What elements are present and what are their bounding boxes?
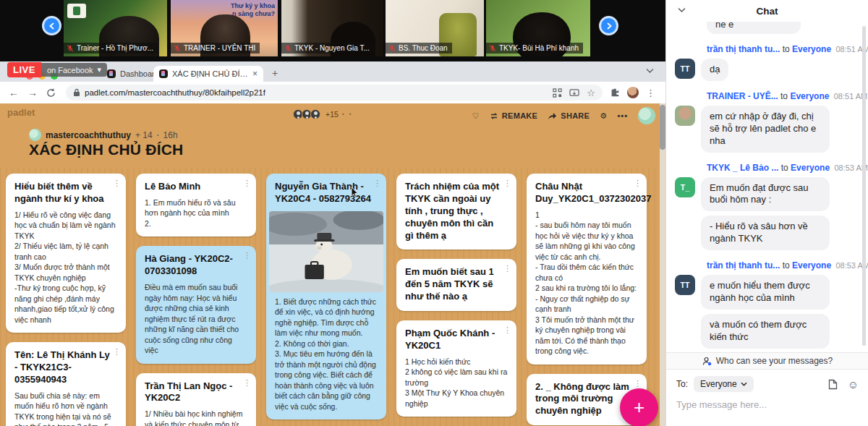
url-text[interactable]: padlet.com/mastercoachthuthuy/80kfaihpel… [85, 88, 265, 97]
author-contributors[interactable]: + 14 [135, 130, 153, 140]
privacy-bar[interactable]: Who can see your messages? [666, 352, 868, 370]
recipient-name[interactable]: Everyone [792, 44, 831, 54]
tab-xac-dinh-chu-dich[interactable]: XÁC ĐỊNH CHỦ ĐÍCH × [153, 66, 263, 82]
sender-name[interactable]: TRAINER - UYÊ... [707, 91, 778, 101]
to-label: To: [676, 379, 688, 389]
like-heart-icon[interactable]: ♡ [472, 111, 480, 121]
forward-button[interactable]: → [27, 87, 38, 98]
chat-bubble: Em muốn đạt được sau buổi hôm nay : [701, 177, 830, 212]
chat-message-input[interactable] [676, 399, 857, 410]
participant-video-5[interactable]: TKYK- Bùi Hà Phí khanh [486, 0, 590, 56]
note-menu-icon[interactable]: ⋮ [243, 378, 251, 388]
chat-scrollbar-thumb[interactable] [862, 26, 866, 346]
author-avatar[interactable] [29, 129, 41, 141]
add-post-button[interactable]: + [620, 388, 658, 426]
participant-video-3[interactable]: TKYK - Nguyen Gia T... [281, 0, 383, 56]
board-author-row: mastercoachthuthuy + 14 • 16h [29, 129, 178, 141]
padlet-note[interactable]: ⋮ Trần Thị Lan Ngọc - YK20C2 1/ Nhiều bà… [136, 373, 256, 426]
padlet-user-avatar[interactable] [638, 107, 655, 124]
padlet-note[interactable]: ⋮ Lê Bảo Minh 1. Em muốn hiểu rõ và sâu … [136, 174, 256, 237]
padlet-favicon [159, 69, 168, 78]
chat-title: Chat [757, 6, 778, 17]
attach-file-icon[interactable] [828, 379, 838, 390]
participant-video-4[interactable]: BS. Thuc Đoan [386, 0, 484, 56]
settings-gear-icon[interactable]: ⚙ [600, 111, 607, 121]
chevron-right-icon [605, 22, 613, 30]
mic-muted-icon [67, 45, 74, 52]
padlet-toolbar: ♡ REMAKE SHARE ⚙ ••• [472, 107, 655, 124]
note-menu-icon[interactable]: ⋮ [243, 251, 251, 260]
padlet-note[interactable]: ⋮ Phạm Quốc Khánh - YK20C1 1 Học hỏi kiế… [396, 320, 516, 417]
close-tab-icon[interactable]: × [252, 69, 258, 78]
address-box[interactable]: padlet.com/mastercoachthuthuy/80kfaihpel… [66, 85, 603, 101]
page-scrollbar-track[interactable] [660, 103, 665, 426]
scroll-participants-left-button[interactable] [42, 16, 61, 35]
board-column-1: ⋮ Hiểu biết thêm về ngành thư kí y khoa … [6, 174, 126, 426]
note-image-polar-bear[interactable] [269, 211, 383, 292]
board-column-2: ⋮ Lê Bảo Minh 1. Em muốn hiểu rõ và sâu … [136, 174, 256, 426]
slide-overlay-text: Thư ký y khoa n sàng chưa? [231, 2, 275, 19]
company-logo [67, 4, 86, 18]
sender-name[interactable]: trần thị thanh tu... [707, 44, 780, 54]
chevron-down-icon[interactable] [646, 68, 654, 74]
remake-button[interactable]: REMAKE [490, 111, 537, 120]
padlet-note[interactable]: ⋮ Hà Giang - YK20C2- 0703301098 Điều mà … [136, 246, 256, 363]
note-menu-icon[interactable]: ⋮ [634, 179, 642, 188]
reload-button[interactable] [46, 88, 56, 98]
live-indicator: LIVE on Facebook ▾ [7, 62, 107, 77]
mic-muted-icon [388, 45, 396, 52]
presence-avatars[interactable]: +15 • • [297, 109, 353, 119]
recipient-row: To: Everyone ☺ [666, 370, 868, 392]
note-menu-icon[interactable]: ⋮ [243, 179, 251, 188]
participant-video-1[interactable]: Trainer - Hồ Thị Phươ... [64, 0, 167, 56]
note-menu-icon[interactable]: ⋮ [634, 379, 642, 388]
collapse-chat-icon[interactable] [678, 7, 686, 13]
participant-name: TKYK- Bùi Hà Phí khanh [499, 44, 579, 52]
padlet-note[interactable]: ⋮ Châu Nhật Duy_YK20C1_0372302037 1 - sa… [527, 174, 647, 365]
recipient-selector[interactable]: Everyone [694, 376, 754, 392]
note-menu-icon[interactable]: ⋮ [503, 264, 511, 273]
more-options-icon[interactable]: ••• [617, 111, 628, 120]
facebook-live-badge[interactable]: on Facebook ▾ [41, 63, 107, 77]
remake-icon [490, 112, 498, 120]
sender-name[interactable]: TKYK _ Lê Bảo ... [707, 163, 778, 173]
share-button[interactable]: SHARE [548, 111, 590, 120]
note-menu-icon[interactable]: ⋮ [503, 325, 511, 335]
new-tab-button[interactable]: + [272, 67, 278, 79]
note-menu-icon[interactable]: ⋮ [113, 347, 121, 357]
chat-bubble: và muốn có them được kiến thức [701, 314, 830, 349]
padlet-note[interactable]: ⋮ Em muốn biết sau 1 đến 5 năm TKYK sẽ n… [396, 259, 516, 311]
sender-name[interactable]: trần thị thanh tu... [707, 260, 780, 270]
author-name[interactable]: mastercoachthuthuy [46, 130, 131, 140]
avatar: TT [675, 59, 695, 79]
note-menu-icon[interactable]: ⋮ [113, 179, 121, 188]
note-menu-icon[interactable]: ⋮ [373, 179, 381, 188]
back-button[interactable]: ← [9, 87, 19, 98]
browser-menu-icon[interactable]: ⋮ [646, 88, 655, 98]
board-column-5: ⋮ Châu Nhật Duy_YK20C1_0372302037 1 - sa… [527, 174, 647, 426]
note-menu-icon[interactable]: ⋮ [503, 179, 511, 188]
scroll-participants-right-button[interactable] [599, 16, 618, 35]
dot-separator: • [157, 132, 159, 138]
bookmark-star-icon[interactable]: ☆ [587, 88, 595, 98]
padlet-note[interactable]: ⋮ Hiểu biết thêm về ngành thư kí y khoa … [6, 174, 126, 333]
browser-profile-avatar[interactable] [627, 87, 639, 98]
qr-share-icon[interactable] [553, 88, 562, 98]
padlet-note[interactable]: ⋮ Nguyễn Gia Thành - YK20C4 - 0582793264 [266, 174, 386, 419]
padlet-note[interactable]: ⋮ Trách nhiệm của một TKYK cần ngoài uy … [396, 174, 516, 250]
chat-messages[interactable]: ne e trần thị thanh tu... to Everyone 08… [666, 22, 868, 352]
recipient-name[interactable]: Everyone [790, 91, 829, 101]
emoji-icon[interactable]: ☺ [848, 378, 859, 391]
board-age: 16h [163, 130, 178, 140]
chat-message: TKYK _ Lê Bảo ... to Everyone 08:53 AM T… [675, 163, 860, 251]
page-scrollbar-thumb[interactable] [660, 105, 665, 150]
recipient-name[interactable]: Everyone [792, 260, 831, 270]
install-app-icon[interactable] [569, 88, 579, 98]
recipient-name[interactable]: Everyone [791, 163, 830, 173]
extensions-puzzle-icon[interactable] [610, 88, 620, 98]
padlet-note[interactable]: ⋮ Tên: Lê Thị Khánh Ly - TKYK21C3- 03559… [6, 342, 126, 426]
participant-name: TKYK - Nguyen Gia T... [294, 44, 370, 52]
participant-video-2[interactable]: Thư ký y khoa n sàng chưa? TRAINER - UYÊ… [171, 0, 278, 56]
chat-bubble: dạ [701, 59, 728, 81]
padlet-logo[interactable]: padlet [7, 107, 35, 118]
